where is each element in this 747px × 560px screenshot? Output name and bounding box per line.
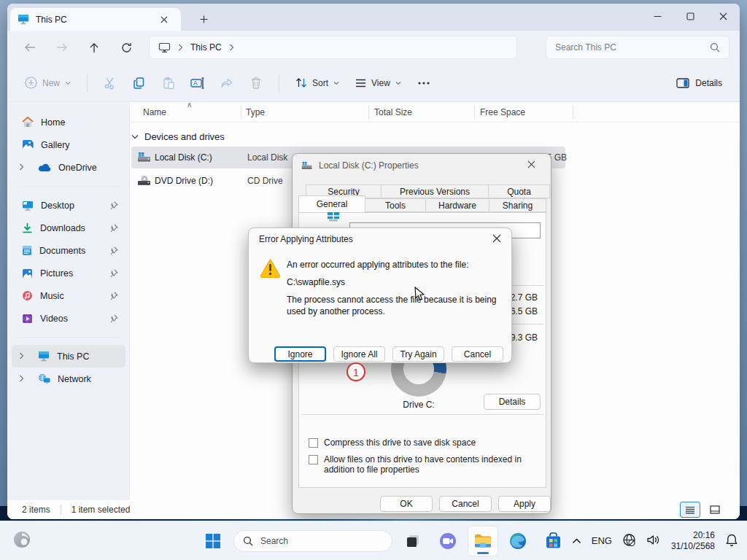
index-checkbox-row[interactable]: Allow files on this drive to have conten…: [309, 454, 535, 475]
rename-icon[interactable]: A: [185, 71, 210, 95]
volume-icon[interactable]: [646, 534, 661, 548]
warning-icon: [260, 258, 281, 278]
sidebar-item-videos[interactable]: Videos: [12, 307, 125, 330]
sidebar-item-pictures[interactable]: Pictures: [12, 262, 125, 284]
column-divider[interactable]: [241, 105, 241, 120]
close-button[interactable]: [707, 4, 740, 28]
sidebar-item-network[interactable]: Network: [12, 368, 125, 390]
network-globe-icon[interactable]: [622, 533, 636, 549]
new-label: New: [42, 78, 60, 88]
sidebar-item-documents[interactable]: Documents: [12, 239, 125, 262]
chat-icon[interactable]: [433, 526, 462, 556]
tab-hardware[interactable]: Hardware: [425, 198, 489, 212]
chevron-right-icon[interactable]: [19, 163, 29, 173]
tab-tools[interactable]: Tools: [365, 198, 426, 212]
chevron-right-icon[interactable]: [229, 44, 234, 51]
notification-bell-icon[interactable]: [725, 533, 738, 549]
sidebar-item-label: Gallery: [41, 140, 118, 150]
column-headers: ∧ Name Type Total Size Free Space: [130, 102, 740, 122]
maximize-button[interactable]: [674, 4, 707, 28]
file-explorer-icon[interactable]: [468, 526, 498, 556]
language-indicator[interactable]: ENG: [592, 535, 612, 546]
chevron-right-icon[interactable]: [19, 351, 29, 362]
error-file-path: C:\swapfile.sys: [287, 277, 345, 287]
refresh-icon[interactable]: [114, 36, 139, 59]
search-icon: [710, 42, 720, 52]
taskbar-center: Search: [198, 526, 568, 556]
large-icons-view-toggle[interactable]: [705, 502, 725, 518]
address-bar[interactable]: This PC: [149, 36, 517, 59]
sidebar-item-label: Documents: [39, 246, 102, 256]
try-again-button[interactable]: Try Again: [392, 346, 444, 362]
ignore-button[interactable]: Ignore: [274, 346, 326, 362]
sort-button[interactable]: Sort: [290, 73, 345, 93]
divider: [87, 74, 88, 93]
sidebar-item-label: Network: [58, 374, 118, 384]
tab-this-pc[interactable]: This PC: [10, 8, 181, 31]
cancel-button[interactable]: Cancel: [439, 496, 492, 512]
forward-icon[interactable]: [50, 36, 74, 59]
edge-icon[interactable]: [503, 526, 533, 556]
tray-chevron-up-icon[interactable]: [572, 536, 581, 546]
new-button[interactable]: New: [19, 72, 77, 93]
new-tab-button[interactable]: [194, 10, 213, 28]
view-button[interactable]: View: [349, 74, 407, 93]
error-dialog: Error Applying Attributes An error occur…: [248, 228, 512, 363]
sidebar-item-home[interactable]: Home: [12, 111, 125, 133]
widgets-icon[interactable]: [12, 529, 32, 552]
view-label: View: [371, 78, 390, 88]
task-view-icon[interactable]: [398, 526, 427, 556]
column-divider[interactable]: [573, 105, 573, 120]
sidebar-item-label: Home: [41, 117, 118, 128]
more-options-icon[interactable]: [411, 71, 436, 95]
compress-checkbox-row[interactable]: Compress this drive to save disk space: [309, 438, 535, 448]
paste-icon[interactable]: [156, 71, 181, 95]
tab-quota[interactable]: Quota: [488, 184, 550, 198]
minimize-button[interactable]: [641, 4, 674, 28]
details-button[interactable]: Details: [484, 394, 541, 410]
search-box[interactable]: Search This PC: [546, 36, 729, 59]
file-type: CD Drive: [247, 176, 283, 186]
share-icon[interactable]: [214, 71, 239, 95]
back-icon[interactable]: [18, 36, 42, 59]
delete-icon[interactable]: [244, 71, 268, 95]
chevron-right-icon[interactable]: [19, 374, 29, 384]
tab-previous-versions[interactable]: Previous Versions: [381, 184, 489, 198]
taskbar-search-box[interactable]: Search: [233, 530, 392, 552]
group-devices-and-drives[interactable]: Devices and drives: [131, 131, 740, 142]
sidebar-item-this-pc[interactable]: This PC: [12, 345, 125, 368]
column-type[interactable]: Type: [246, 107, 265, 117]
sidebar-item-music[interactable]: Music: [12, 284, 125, 307]
tab-sharing[interactable]: Sharing: [489, 198, 546, 212]
details-pane-button[interactable]: Details: [670, 74, 728, 93]
checkbox[interactable]: [309, 455, 318, 464]
sidebar-item-onedrive[interactable]: OneDrive: [12, 156, 125, 179]
tab-close-icon[interactable]: [155, 11, 174, 28]
sidebar-item-downloads[interactable]: Downloads: [12, 217, 125, 239]
ignore-all-button[interactable]: Ignore All: [333, 346, 385, 362]
ok-button[interactable]: OK: [380, 496, 433, 512]
breadcrumb[interactable]: This PC: [190, 42, 222, 52]
column-free-space[interactable]: Free Space: [480, 107, 525, 117]
checkbox[interactable]: [309, 438, 318, 448]
cut-icon[interactable]: [98, 71, 123, 95]
start-button[interactable]: [198, 526, 228, 556]
details-view-toggle[interactable]: [680, 502, 700, 518]
column-total-size[interactable]: Total Size: [374, 107, 412, 117]
cancel-button[interactable]: Cancel: [452, 346, 503, 362]
sidebar-item-desktop[interactable]: Desktop: [12, 194, 125, 217]
column-divider[interactable]: [474, 105, 475, 120]
taskbar-clock[interactable]: 20:16 31/10/2568: [671, 530, 715, 552]
sidebar-item-gallery[interactable]: Gallery: [12, 133, 125, 156]
this-pc-icon: [158, 42, 171, 53]
close-icon[interactable]: [479, 233, 501, 245]
column-name[interactable]: Name: [143, 107, 166, 117]
column-divider[interactable]: [368, 105, 369, 120]
sidebar-item-label: Videos: [40, 314, 102, 324]
microsoft-store-icon[interactable]: [538, 526, 568, 556]
close-icon[interactable]: [520, 160, 542, 171]
up-icon[interactable]: [82, 36, 107, 59]
tab-general[interactable]: General: [298, 195, 365, 212]
copy-icon[interactable]: [127, 71, 152, 95]
apply-button[interactable]: Apply: [498, 496, 551, 512]
